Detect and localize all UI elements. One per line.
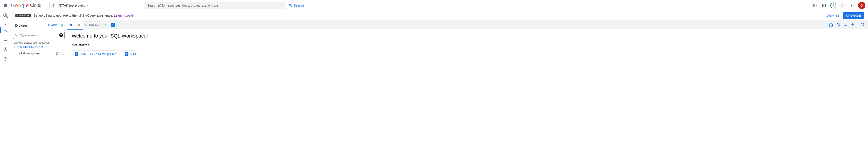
editor-tabbar: Untitled + xyxy=(67,20,868,29)
dismiss-button[interactable]: DISMISS xyxy=(827,14,839,17)
new-tab-controls: + xyxy=(110,23,119,27)
svg-point-8 xyxy=(851,5,852,6)
sandbox-message: Set up billing to upgrade to the full Bi… xyxy=(34,14,134,17)
close-icon[interactable] xyxy=(78,23,81,26)
more-vert-icon xyxy=(849,3,854,8)
add-data-button[interactable]: + ADD xyxy=(122,50,139,57)
project-name: YDTAK test project xyxy=(58,4,85,7)
account-avatar[interactable]: D xyxy=(858,2,865,9)
search-button[interactable]: Search xyxy=(285,2,307,9)
welcome-heading: Welcome to your SQL Workspace! xyxy=(72,33,864,39)
help-icon xyxy=(840,3,845,8)
svg-rect-24 xyxy=(844,24,847,25)
keyboard-icon[interactable] xyxy=(843,23,847,27)
info-icon[interactable] xyxy=(836,23,840,27)
star-icon[interactable] xyxy=(55,51,59,55)
svg-rect-22 xyxy=(838,24,838,24)
sandbox-actions: DISMISS UPGRADE xyxy=(827,12,864,19)
tab-label: Untitled xyxy=(89,23,99,26)
sandbox-banner: SANDBOX Set up billing to upgrade to the… xyxy=(11,11,868,20)
rail-item-reservations[interactable] xyxy=(0,54,11,64)
svg-point-14 xyxy=(5,58,6,59)
apps-grid-icon xyxy=(813,3,817,8)
magnifier-icon xyxy=(3,28,8,32)
project-picker[interactable]: YDTAK test project xyxy=(50,2,92,9)
cloud-shell-button[interactable] xyxy=(821,3,827,8)
plus-icon: + xyxy=(75,52,78,56)
lightbulb-icon xyxy=(851,23,855,27)
chevron-down-icon[interactable] xyxy=(115,23,118,26)
svg-point-17 xyxy=(63,54,64,55)
svg-rect-21 xyxy=(838,24,838,25)
fullscreen-icon[interactable] xyxy=(860,23,864,27)
explorer-add-button[interactable]: ADD xyxy=(47,23,57,27)
svg-point-16 xyxy=(63,53,64,54)
home-outline-icon[interactable] xyxy=(829,23,833,27)
apps-button[interactable] xyxy=(812,3,818,8)
show-starred-button[interactable]: SHOW STARRED ONLY xyxy=(11,45,67,50)
rail-item-transfers[interactable] xyxy=(0,35,11,44)
upgrade-button[interactable]: UPGRADE xyxy=(843,12,864,19)
search-icon xyxy=(288,4,292,7)
new-tab-button[interactable]: + xyxy=(111,23,115,27)
tabbar-utilities xyxy=(829,23,866,27)
collapse-left-icon xyxy=(60,23,64,27)
project-icon xyxy=(53,4,56,7)
home-icon xyxy=(69,23,72,27)
tab-home[interactable] xyxy=(67,20,83,29)
external-link-icon xyxy=(131,14,134,17)
sliders-icon xyxy=(3,38,8,42)
compose-query-button[interactable]: + COMPOSE A NEW QUERY xyxy=(72,50,119,57)
chevron-down-icon[interactable] xyxy=(100,24,103,26)
plus-icon: + xyxy=(125,52,128,56)
search-icon xyxy=(15,33,19,37)
clock-icon xyxy=(3,47,8,52)
plus-icon xyxy=(47,23,50,27)
rail-item-sql[interactable] xyxy=(0,26,11,35)
tab-untitled[interactable]: Untitled xyxy=(83,20,110,29)
main-menu-button[interactable] xyxy=(3,3,8,8)
search-help-icon[interactable]: ? xyxy=(59,33,63,37)
chevron-down-icon[interactable] xyxy=(74,24,76,26)
query-icon xyxy=(85,23,88,26)
notifications-button[interactable]: 1 xyxy=(830,2,836,8)
chevron-down-icon xyxy=(87,4,89,7)
bigquery-product-icon[interactable] xyxy=(0,11,11,20)
hamburger-icon xyxy=(3,3,8,8)
sandbox-row: SANDBOX Set up billing to upgrade to the… xyxy=(0,11,868,20)
header-utilities: 1 D xyxy=(812,2,865,9)
collapse-panel-button[interactable] xyxy=(59,22,65,28)
explorer-scope-label: Viewing workspace resources. xyxy=(11,40,67,45)
explorer-search-input[interactable] xyxy=(13,31,65,39)
more-button[interactable] xyxy=(849,3,855,8)
search-input[interactable]: Search (/) for resources, docs, products… xyxy=(144,2,285,9)
svg-point-15 xyxy=(63,52,64,52)
close-icon[interactable] xyxy=(104,23,107,26)
explorer-search: ? xyxy=(13,31,65,39)
terminal-icon xyxy=(822,3,826,8)
capacity-icon xyxy=(3,56,8,61)
svg-point-18 xyxy=(85,24,87,25)
google-cloud-logo[interactable]: Google Cloud xyxy=(10,2,42,8)
chevron-down-icon xyxy=(855,24,857,26)
rail-item-scheduled[interactable] xyxy=(0,45,11,54)
workspace-panel: Untitled + Welcome to your SQL Works xyxy=(67,20,868,64)
svg-point-9 xyxy=(851,6,852,7)
main-content: Explorer ADD ? Viewing workspace resourc… xyxy=(0,20,868,64)
explorer-project-name: ydtak-test-project xyxy=(19,52,53,55)
help-button[interactable] xyxy=(840,3,845,8)
quick-actions: + COMPOSE A NEW QUERY + ADD xyxy=(72,50,864,57)
top-header: Google Cloud YDTAK test project Search (… xyxy=(0,0,868,11)
more-vert-icon[interactable] xyxy=(61,51,65,55)
learn-more-link[interactable]: Learn more xyxy=(114,14,134,17)
left-nav-rail xyxy=(0,20,11,64)
get-started-heading: Get started xyxy=(72,43,864,47)
rail-separator-dot xyxy=(5,24,6,25)
features-button[interactable] xyxy=(851,23,857,27)
sandbox-badge: SANDBOX xyxy=(16,14,31,17)
explorer-project-row[interactable]: ydtak-test-project xyxy=(11,50,67,56)
explorer-title: Explorer xyxy=(14,23,45,27)
svg-line-19 xyxy=(87,25,87,26)
chevron-right-icon[interactable] xyxy=(13,52,17,55)
global-search: Search (/) for resources, docs, products… xyxy=(144,2,307,9)
